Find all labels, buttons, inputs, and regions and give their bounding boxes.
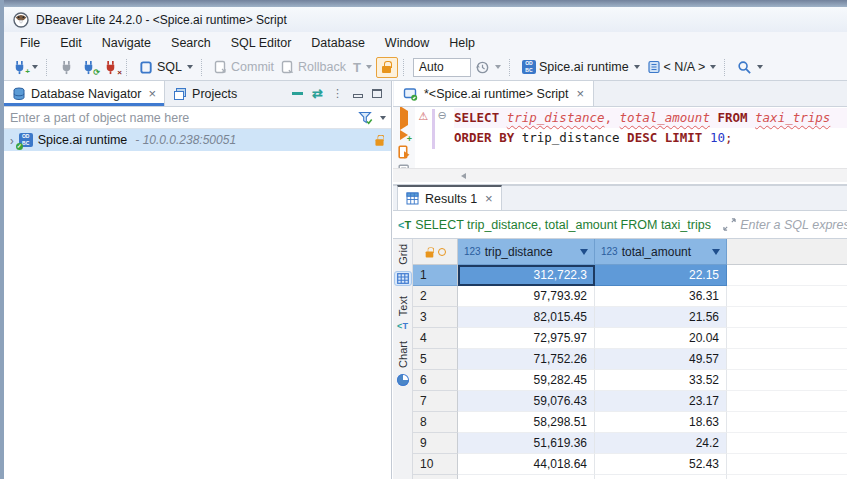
cell-trip-distance[interactable]: 59,076.43 xyxy=(458,391,595,412)
maximize-view-icon[interactable] xyxy=(372,89,382,98)
chart-pie-icon[interactable] xyxy=(397,374,409,386)
menu-file[interactable]: File xyxy=(10,33,50,53)
row-number[interactable]: 6 xyxy=(413,370,458,391)
grid-corner-cell[interactable] xyxy=(413,239,458,265)
table-row[interactable]: 10 44,018.64 52.43 xyxy=(413,454,847,475)
cell-total-amount[interactable]: 52.43 xyxy=(595,454,727,475)
row-number[interactable]: 4 xyxy=(413,328,458,349)
table-row[interactable]: 9 51,619.36 24.2 xyxy=(413,433,847,454)
close-icon[interactable]: × xyxy=(577,88,585,100)
grid-view-icon[interactable] xyxy=(394,271,412,286)
collapse-all-icon[interactable] xyxy=(292,92,303,95)
tab-results-1[interactable]: Results 1 × xyxy=(397,185,502,210)
table-row[interactable]: 5 71,752.26 49.57 xyxy=(413,349,847,370)
cell-total-amount[interactable]: 20.04 xyxy=(595,328,727,349)
execute-statement-icon[interactable] xyxy=(400,111,408,125)
transaction-mode-button[interactable]: T xyxy=(350,58,375,77)
filter-dropdown-arrow[interactable] xyxy=(380,116,386,120)
cell-trip-distance[interactable]: 71,752.26 xyxy=(458,349,595,370)
row-number[interactable]: 8 xyxy=(413,412,458,433)
execute-script-icon[interactable] xyxy=(398,145,411,159)
table-row[interactable]: 7 59,076.43 23.17 xyxy=(413,391,847,412)
tab-chart[interactable]: Chart xyxy=(397,341,409,368)
column-header-trip-distance[interactable]: 123 trip_distance xyxy=(458,239,595,265)
cell-trip-distance[interactable]: 312,722.3 xyxy=(458,265,595,286)
cell-trip-distance[interactable]: 97,793.92 xyxy=(458,286,595,307)
cell-trip-distance[interactable]: 72,975.97 xyxy=(458,328,595,349)
cell-total-amount[interactable]: 23.17 xyxy=(595,391,727,412)
object-filter-input[interactable] xyxy=(10,111,353,125)
connection-tree-item[interactable]: › ODBC ✓ Spice.ai runtime - 10.0.0.238:5… xyxy=(4,129,391,151)
active-database-selector[interactable]: < N/A > xyxy=(644,58,720,76)
scroll-left-arrow-icon[interactable] xyxy=(461,173,466,179)
table-row[interactable]: 8 58,298.51 18.63 xyxy=(413,412,847,433)
view-menu-icon[interactable]: ⋮ xyxy=(332,87,344,100)
new-sql-editor-button[interactable]: SQL xyxy=(136,58,196,77)
menu-search[interactable]: Search xyxy=(161,33,221,53)
row-number[interactable]: 10 xyxy=(413,454,458,475)
row-number[interactable]: 2 xyxy=(413,286,458,307)
cell-trip-distance[interactable]: 58,298.51 xyxy=(458,412,595,433)
column-header-total-amount[interactable]: 123 total_amount xyxy=(595,239,727,265)
fold-gutter[interactable]: ⊖ xyxy=(435,107,449,168)
cell-trip-distance[interactable]: 51,619.36 xyxy=(458,433,595,454)
cell-total-amount[interactable]: 49.57 xyxy=(595,349,727,370)
cell-trip-distance[interactable]: 82,015.45 xyxy=(458,307,595,328)
link-editor-icon[interactable]: ⇄ xyxy=(312,86,323,101)
commit-button[interactable]: Commit xyxy=(211,58,277,76)
expand-panel-icon[interactable] xyxy=(723,218,736,231)
menu-sql-editor[interactable]: SQL Editor xyxy=(221,33,302,53)
table-row[interactable]: 2 97,793.92 36.31 xyxy=(413,286,847,307)
cell-total-amount[interactable]: 33.52 xyxy=(595,370,727,391)
tab-text[interactable]: Text xyxy=(397,296,409,316)
table-row[interactable]: 4 72,975.97 20.04 xyxy=(413,328,847,349)
execute-new-tab-icon[interactable]: + xyxy=(400,130,408,140)
close-icon[interactable]: × xyxy=(485,193,493,205)
cell-total-amount[interactable]: 36.31 xyxy=(595,286,727,307)
row-number[interactable]: 9 xyxy=(413,433,458,454)
table-row[interactable]: 3 82,015.45 21.56 xyxy=(413,307,847,328)
cell-total-amount[interactable]: 18.63 xyxy=(595,412,727,433)
filter-funnel-icon[interactable] xyxy=(358,111,373,125)
table-row[interactable]: 1 312,722.3 22.15 xyxy=(413,265,847,286)
menu-database[interactable]: Database xyxy=(301,33,375,53)
tab-database-navigator[interactable]: Database Navigator × xyxy=(4,81,165,106)
table-row[interactable]: 6 59,282.45 33.52 xyxy=(413,370,847,391)
minimize-view-icon[interactable] xyxy=(353,94,363,98)
cell-total-amount[interactable]: 24.2 xyxy=(595,433,727,454)
row-number[interactable]: 7 xyxy=(413,391,458,412)
menu-window[interactable]: Window xyxy=(375,33,439,53)
row-number[interactable]: 3 xyxy=(413,307,458,328)
connect-button[interactable] xyxy=(56,58,77,77)
menu-edit[interactable]: Edit xyxy=(50,33,92,53)
sql-editor[interactable]: + ⚠ ⊖ SELECT trip_distance, total_amount… xyxy=(393,107,847,168)
rollback-button[interactable]: Rollback xyxy=(278,58,349,76)
expand-chevron-icon[interactable]: › xyxy=(10,133,14,147)
cell-total-amount[interactable]: 21.56 xyxy=(595,307,727,328)
sql-code[interactable]: SELECT trip_distance, total_amount FROM … xyxy=(449,107,847,168)
tab-sql-script[interactable]: *<Spice.ai runtime> Script × xyxy=(394,81,594,106)
sql-expression-input[interactable] xyxy=(740,218,847,232)
row-number[interactable]: 1 xyxy=(413,265,458,286)
cell-trip-distance[interactable]: 59,282.45 xyxy=(458,370,595,391)
new-connection-button[interactable]: + xyxy=(9,58,41,77)
reconnect-button[interactable]: ⟳ xyxy=(78,58,99,77)
search-button[interactable] xyxy=(734,58,766,77)
row-number[interactable]: 5 xyxy=(413,349,458,370)
autocommit-lock-toggle[interactable] xyxy=(376,57,398,78)
editor-horizontal-scrollbar[interactable] xyxy=(393,168,847,182)
cell-trip-distance[interactable]: 44,018.64 xyxy=(458,454,595,475)
close-icon[interactable]: × xyxy=(148,88,156,100)
cell-total-amount[interactable]: 22.15 xyxy=(595,265,727,286)
transaction-log-button[interactable] xyxy=(472,58,504,77)
commit-mode-combo[interactable]: Auto xyxy=(413,58,471,77)
menu-help[interactable]: Help xyxy=(439,33,485,53)
disconnect-button[interactable]: × xyxy=(100,58,121,77)
sort-desc-icon[interactable] xyxy=(712,249,720,255)
fold-collapse-icon[interactable]: ⊖ xyxy=(437,109,446,121)
sort-desc-icon[interactable] xyxy=(580,249,588,255)
active-connection-selector[interactable]: ODBC Spice.ai runtime xyxy=(519,58,643,76)
tab-projects[interactable]: Projects xyxy=(165,81,245,106)
tab-grid[interactable]: Grid xyxy=(397,244,409,265)
text-view-icon[interactable]: <T xyxy=(397,321,408,331)
